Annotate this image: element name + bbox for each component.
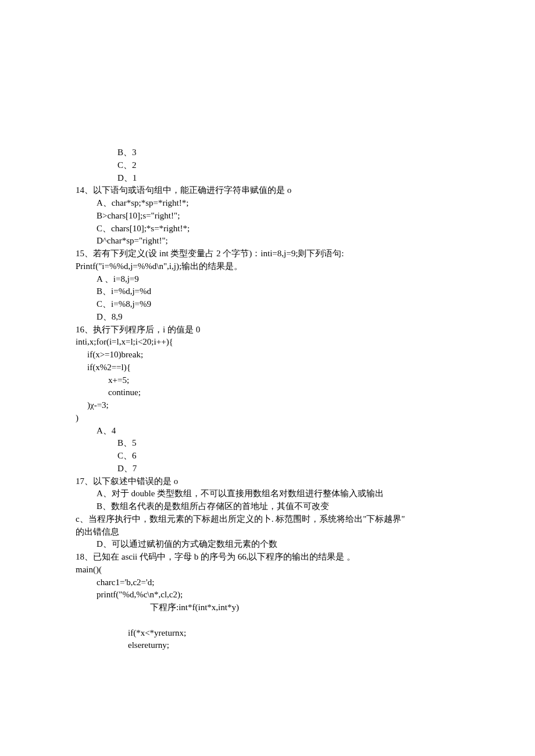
text-line: main()( — [76, 564, 459, 576]
text-line: A、char*sp;*sp=*right!*; — [76, 197, 459, 210]
text-line: C、chars[10];*s=*right!*; — [76, 223, 459, 235]
text-line — [76, 614, 459, 627]
text-line: B>chars[10];s="right!"; — [76, 210, 459, 223]
text-line: Printf("i=%%d,j=%%d\n",i,j);输出的结果是。 — [76, 260, 459, 273]
document-page: B、3C、2D、114、以下语句或语句组中，能正确进行字符串赋值的是 oA、ch… — [0, 0, 535, 710]
text-line: A 、i=8,j=9 — [76, 273, 459, 286]
text-line: A、对于 double 类型数组，不可以直接用数组名对数组进行整体输入或输出 — [76, 488, 459, 500]
text-line: B、i=%d,j=%d — [76, 285, 459, 298]
text-line: x+=5; — [76, 374, 459, 387]
text-line: if(x>=10)break; — [76, 349, 459, 361]
text-line: ) — [76, 412, 459, 425]
text-line: C、2 — [76, 159, 459, 172]
text-line: printf("%d,%c\n*,cl,c2); — [76, 589, 459, 601]
text-line: charc1='b,c2='d; — [76, 576, 459, 589]
text-line: D、8,9 — [76, 311, 459, 324]
text-line: C、6 — [76, 450, 459, 463]
text-line: c、当程序执行中，数组元素的下标超出所定义的卜. 标范围时，系统将给出"下标越界… — [76, 513, 459, 526]
text-line: 17、以下叙述中错误的是 o — [76, 475, 459, 488]
text-line: A、4 — [76, 425, 459, 438]
text-line: if(*x<*yreturnx; — [76, 627, 459, 640]
text-line: D、7 — [76, 463, 459, 475]
text-line: 下程序:int*f(int*x,int*y) — [76, 601, 459, 614]
text-line: 15、若有下列定义(设 int 类型变量占 2 个字节)：inti=8,j=9;… — [76, 248, 459, 260]
text-line: elsereturny; — [76, 639, 459, 652]
text-line: )χ-=3; — [76, 399, 459, 412]
text-line: B、数组名代表的是数组所占存储区的首地址，其值不可改变 — [76, 500, 459, 513]
text-line: D、1 — [76, 172, 459, 185]
text-line: B、3 — [76, 146, 459, 159]
text-line: B、5 — [76, 437, 459, 450]
text-line: D^char*sp="right!"; — [76, 235, 459, 248]
text-line: 14、以下语句或语句组中，能正确进行字符串赋值的是 o — [76, 184, 459, 197]
text-line: 16、执行下列程序后，i 的值是 0 — [76, 324, 459, 336]
text-line: inti,x;for(i=l,x=l;i<20;i++){ — [76, 336, 459, 349]
text-line: if(x%2==l){ — [76, 361, 459, 374]
text-line: D、可以通过赋初值的方式确定数组元素的个数 — [76, 538, 459, 551]
document-content: B、3C、2D、114、以下语句或语句组中，能正确进行字符串赋值的是 oA、ch… — [76, 146, 459, 652]
text-line: continue; — [76, 386, 459, 399]
text-line: C、i=%8,j=%9 — [76, 298, 459, 311]
text-line: 的出错信息 — [76, 526, 459, 539]
text-line: 18、已知在 ascii 代码中，字母 b 的序号为 66,以下程序的输出的结果… — [76, 551, 459, 564]
